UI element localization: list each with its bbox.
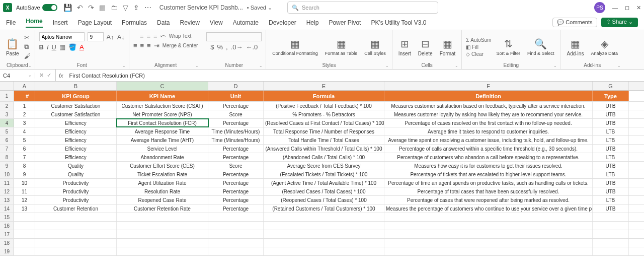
cell-C11[interactable]: Agent Utilization Rate [117, 179, 208, 187]
cell-F2[interactable]: Measures customer satisfaction based on … [384, 102, 593, 110]
orientation-icon[interactable]: ⤺ [160, 32, 166, 40]
name-box[interactable]: C4⌄ [0, 73, 35, 79]
close-icon[interactable]: ✕ [636, 5, 641, 11]
align-top-icon[interactable]: ≡ [140, 32, 144, 40]
tab-view[interactable]: View [210, 19, 223, 26]
cell-G16[interactable] [593, 222, 629, 230]
cell-A9[interactable]: 8 [14, 162, 35, 170]
cell-G18[interactable] [593, 239, 629, 247]
share-button[interactable]: ⇪ Share ⌄ [601, 18, 638, 27]
row-header-13[interactable]: 13 [0, 196, 14, 204]
cell-B8[interactable]: Efficiency [35, 153, 117, 161]
conditional-formatting-button[interactable]: ▦Conditional Formatting [270, 37, 320, 57]
cell-D14[interactable]: Percentage [208, 204, 264, 213]
row-header-16[interactable]: 16 [0, 222, 14, 230]
fx-icon[interactable]: fx [56, 73, 66, 79]
cell-A2[interactable]: 1 [14, 102, 35, 110]
cell-E5[interactable]: Total Response Time / Number of Response… [264, 127, 384, 135]
column-header-A[interactable]: A [14, 82, 35, 90]
cell-E10[interactable]: (Escalated Tickets / Total Tickets) * 10… [264, 170, 384, 178]
cell-A10[interactable]: 9 [14, 170, 35, 178]
cell-A4[interactable]: 3 [14, 119, 35, 127]
cell-E16[interactable] [264, 222, 384, 230]
cell-A7[interactable]: 6 [14, 145, 35, 153]
header-cell[interactable]: Unit [208, 91, 264, 101]
toggle-on-icon[interactable] [42, 4, 57, 11]
cell-B3[interactable]: Customer Satisfaction [35, 110, 117, 118]
comma-icon[interactable]: , [226, 43, 228, 51]
cell-F7[interactable]: Percentage of calls answered within a sp… [384, 145, 593, 153]
cell-C17[interactable] [117, 230, 208, 238]
cell-A17[interactable] [14, 230, 35, 238]
italic-icon[interactable]: I [47, 43, 49, 51]
select-all-corner[interactable] [0, 82, 14, 90]
cell-E14[interactable]: (Retained Customers / Total Customers) *… [264, 204, 384, 213]
cell-G17[interactable] [593, 230, 629, 238]
cell-F16[interactable] [384, 222, 593, 230]
row-header-1[interactable]: 1 [0, 91, 14, 101]
decrease-font-icon[interactable]: A↓ [117, 33, 125, 41]
cell-B9[interactable]: Quality [35, 162, 117, 170]
row-header-6[interactable]: 6 [0, 136, 14, 144]
tab-page-layout[interactable]: Page Layout [78, 19, 112, 26]
cell-B5[interactable]: Efficiency [35, 127, 117, 135]
search-input[interactable]: 🔍 Search [287, 2, 438, 14]
cell-A8[interactable]: 7 [14, 153, 35, 161]
format-painter-icon[interactable]: 🖌 [24, 52, 31, 60]
cell-C7[interactable]: Service Level [117, 145, 208, 153]
cell-E4[interactable]: (Resolved Cases at First Contact / Total… [264, 119, 384, 127]
tab-home[interactable]: Home [26, 18, 42, 28]
cell-D9[interactable]: Score [208, 162, 264, 170]
tab-developer[interactable]: Developer [269, 19, 296, 26]
more-icon[interactable]: ⋯ [144, 4, 151, 12]
cell-G12[interactable]: UTB [593, 187, 629, 195]
cell-G19[interactable] [593, 247, 629, 255]
cell-B14[interactable]: Customer Retention [35, 204, 117, 213]
cell-E19[interactable] [264, 247, 384, 255]
cell-F11[interactable]: Percentage of time an agent spends on pr… [384, 179, 593, 187]
cell-D18[interactable] [208, 239, 264, 247]
cell-G11[interactable]: UTB [593, 179, 629, 187]
spreadsheet-grid[interactable]: ABCDEFG 1⌂ #KPI GroupKPI NameUnitFormula… [0, 82, 644, 256]
cell-B10[interactable]: Quality [35, 170, 117, 178]
cell-D11[interactable]: Percentage [208, 179, 264, 187]
cell-B2[interactable]: Customer Satisfaction [35, 102, 117, 110]
column-header-C[interactable]: C [117, 82, 208, 90]
undo-icon[interactable]: ↶ [77, 4, 83, 12]
cell-E11[interactable]: (Agent Active Time / Total Available Tim… [264, 179, 384, 187]
row-header-19[interactable]: 19 [0, 247, 14, 255]
analyze-data-button[interactable]: ◈Analyze Data [589, 37, 620, 57]
cell-F6[interactable]: Average time spent on resolving a custom… [384, 136, 593, 144]
cell-G6[interactable]: LTB [593, 136, 629, 144]
align-middle-icon[interactable]: ≡ [146, 32, 150, 40]
row-header-17[interactable]: 17 [0, 230, 14, 238]
cell-D15[interactable] [208, 213, 264, 221]
user-avatar[interactable]: PS [594, 2, 605, 13]
cell-G3[interactable]: UTB [593, 110, 629, 118]
cell-C5[interactable]: Average Response Time [117, 127, 208, 135]
cell-F8[interactable]: Percentage of customers who abandon a ca… [384, 153, 593, 161]
cell-F14[interactable]: Measures the percentage of customers who… [384, 204, 593, 213]
cell-G15[interactable] [593, 213, 629, 221]
cell-D6[interactable]: Time (Minutes/Hours) [208, 136, 264, 144]
cell-F17[interactable] [384, 230, 593, 238]
cell-C12[interactable]: Resolution Rate [117, 187, 208, 195]
cell-F18[interactable] [384, 239, 593, 247]
cell-D12[interactable]: Percentage [208, 187, 264, 195]
row-header-9[interactable]: 9 [0, 162, 14, 170]
cell-E6[interactable]: Total Handle Time / Total Cases [264, 136, 384, 144]
addins-button[interactable]: ▦Add-ins [565, 37, 586, 57]
cell-F19[interactable] [384, 247, 593, 255]
cell-F15[interactable] [384, 213, 593, 221]
fill-button[interactable]: ◧ Fill [466, 44, 491, 50]
percent-icon[interactable]: % [217, 43, 223, 51]
tab-insert[interactable]: Insert [53, 19, 68, 26]
tab-power-pivot[interactable]: Power Pivot [329, 19, 361, 26]
copy-icon[interactable]: ⧉ [24, 43, 31, 51]
fill-color-icon[interactable]: 🪣 [68, 43, 76, 51]
document-title[interactable]: Customer Service KPI Dashb... [159, 4, 243, 11]
cell-G9[interactable]: UTB [593, 162, 629, 170]
cell-styles-button[interactable]: ▦Cell Styles [362, 37, 388, 57]
minimize-icon[interactable]: — [612, 5, 618, 11]
header-cell[interactable]: Definition [384, 91, 593, 101]
